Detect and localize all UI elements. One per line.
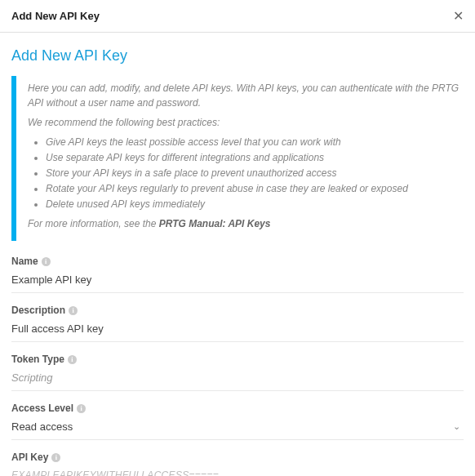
field-label: API Key i (11, 452, 464, 463)
info-recommend: We recommend the following best practice… (28, 115, 464, 130)
list-item: Use separate API keys for different inte… (46, 150, 464, 165)
chevron-down-icon: ⌄ (453, 421, 464, 432)
info-more: For more information, see the PRTG Manua… (28, 216, 464, 231)
info-icon[interactable]: i (77, 404, 86, 413)
field-label: Token Type i (11, 354, 464, 365)
list-item: Store your API keys in a safe place to p… (46, 166, 464, 180)
field-api-key: API Key i EXAMPLEAPIKEYWITHFULLACCESS===… (11, 452, 464, 476)
access-level-select[interactable]: ⌄ (11, 417, 464, 436)
list-item: Delete unused API keys immediately (46, 197, 464, 211)
dialog-content: Add New API Key Here you can add, modify… (0, 33, 475, 476)
field-token-type: Token Type i Scripting (11, 354, 464, 391)
token-type-value: Scripting (11, 368, 464, 387)
info-icon[interactable]: i (51, 453, 60, 462)
manual-link[interactable]: PRTG Manual: API Keys (159, 218, 271, 229)
info-box: Here you can add, modify, and delete API… (11, 76, 464, 241)
field-label: Description i (11, 305, 464, 316)
section-heading: Add New API Key (11, 47, 464, 65)
info-icon[interactable]: i (69, 306, 78, 315)
close-icon[interactable]: ✕ (453, 8, 464, 24)
dialog-header: Add New API Key ✕ (0, 0, 475, 33)
description-input[interactable] (11, 319, 464, 338)
field-description: Description i (11, 305, 464, 342)
field-label: Access Level i (11, 403, 464, 414)
list-item: Rotate your API keys regularly to preven… (46, 181, 464, 196)
name-input[interactable] (11, 270, 464, 289)
dialog-title: Add New API Key (11, 10, 100, 22)
api-key-value: EXAMPLEAPIKEYWITHFULLACCESS===== (11, 466, 464, 476)
info-intro: Here you can add, modify, and delete API… (28, 81, 464, 110)
best-practices-list: Give API keys the least possible access … (28, 135, 464, 211)
info-icon[interactable]: i (68, 355, 77, 364)
field-label: Name i (11, 256, 464, 267)
field-name: Name i (11, 256, 464, 293)
info-icon[interactable]: i (42, 257, 51, 266)
field-access-level: Access Level i ⌄ (11, 403, 464, 440)
access-level-value[interactable] (11, 417, 453, 436)
info-text: Here you can add, modify, and delete API… (28, 81, 464, 231)
list-item: Give API keys the least possible access … (46, 135, 464, 149)
